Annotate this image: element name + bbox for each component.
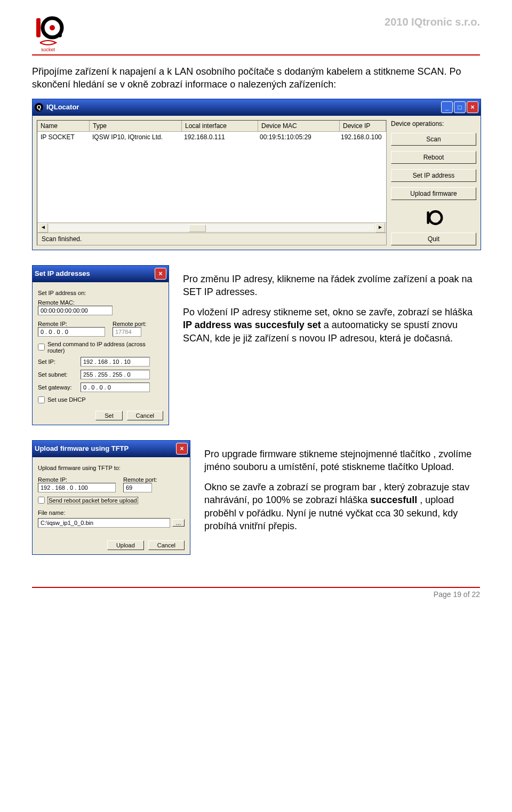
- send-reboot-input[interactable]: [38, 497, 45, 504]
- cancel-button[interactable]: Cancel: [127, 411, 163, 420]
- remote-port-label: Remote port:: [113, 321, 147, 327]
- set-subnet-label: Set subnet:: [38, 371, 76, 378]
- maximize-button[interactable]: □: [454, 101, 466, 113]
- remote-mac-field[interactable]: 00:00:00:00:00:00: [38, 306, 113, 315]
- remote-port-field[interactable]: 17784: [113, 327, 141, 337]
- iqlocator-window: Q IQLocator _ □ × Name Type Local interf…: [32, 99, 481, 250]
- upload-remote-ip-label: Remote IP:: [38, 476, 116, 483]
- status-bar: Scan finished.: [37, 233, 386, 245]
- set-ip-titlebar[interactable]: Set IP addresses ×: [33, 266, 169, 282]
- send-reboot-checkbox[interactable]: Send reboot packet before upload: [38, 497, 185, 504]
- svg-point-2: [50, 25, 55, 30]
- quit-button[interactable]: Quit: [391, 233, 476, 245]
- dhcp-checkbox[interactable]: Set use DHCP: [38, 396, 163, 403]
- brand-logo: socket: [32, 16, 64, 52]
- col-type[interactable]: Type: [90, 121, 182, 131]
- upload-text-2: Okno se zavře a zobrazí se program bar ,…: [204, 481, 480, 532]
- upload-remote-port-field[interactable]: 69: [123, 483, 152, 492]
- iqlocator-title: IQLocator: [46, 103, 441, 111]
- remote-ip-field[interactable]: 0 . 0 . 0 . 0: [38, 327, 105, 337]
- minimize-button[interactable]: _: [441, 101, 453, 113]
- dhcp-label: Set use DHCP: [47, 396, 86, 403]
- send-across-router-label: Send command to IP address (across route…: [47, 341, 163, 354]
- app-icon: Q: [35, 103, 43, 112]
- upload-remote-ip-field[interactable]: 192 . 168 . 0 . 100: [38, 483, 116, 492]
- upload-title: Upload firmware using TFTP: [35, 444, 176, 452]
- file-name-field[interactable]: C:\iqsw_ip1_0_0.bin: [38, 518, 170, 528]
- logo-text: socket: [41, 47, 55, 52]
- svg-point-3: [58, 33, 62, 37]
- close-button[interactable]: ×: [176, 443, 188, 455]
- set-ip-text-2: Po vložení IP adresy stikneme set, okno …: [183, 306, 480, 345]
- header-rule: [32, 54, 480, 55]
- cell-ip: 192.168.0.100: [338, 132, 386, 142]
- set-ip-dialog: Set IP addresses × Set IP address on: Re…: [32, 265, 169, 425]
- send-reboot-label: Send reboot packet before upload: [47, 497, 138, 504]
- horizontal-scrollbar[interactable]: ◄ ►: [37, 222, 386, 233]
- set-subnet-field[interactable]: 255 . 255 . 255 . 0: [81, 370, 150, 379]
- close-button[interactable]: ×: [155, 268, 166, 280]
- file-name-label: File name:: [38, 510, 185, 516]
- iq-logo-small-icon: [424, 208, 443, 227]
- set-ip-text-1: Pro změnu IP adresy, klikneme na řádek z…: [183, 273, 480, 299]
- set-ip-field[interactable]: 192 . 168 . 10 . 10: [81, 357, 150, 367]
- send-across-router-checkbox[interactable]: Send command to IP address (across route…: [38, 341, 163, 354]
- close-button[interactable]: ×: [467, 101, 478, 113]
- remote-mac-label: Remote MAC:: [38, 299, 163, 306]
- cancel-button[interactable]: Cancel: [148, 540, 185, 550]
- upload-to-label: Upload firmware using TFTP to:: [38, 465, 185, 471]
- cell-local: 192.168.0.111: [181, 132, 257, 142]
- svg-point-6: [438, 220, 441, 223]
- set-ip-address-button[interactable]: Set IP address: [391, 169, 476, 182]
- col-local[interactable]: Local interface: [182, 121, 258, 131]
- upload-firmware-dialog: Upload firmware using TFTP × Upload firm…: [32, 440, 190, 555]
- cell-mac: 00:19:51:10:05:29: [257, 132, 338, 142]
- intro-text: Připojíme zařízení k napajení a k LAN os…: [32, 65, 480, 91]
- cell-type: IQSW IP10, IQtronic Ltd.: [89, 132, 181, 142]
- set-ip-label: Set IP:: [38, 359, 76, 365]
- page-number: Page 19 of 22: [32, 590, 480, 599]
- device-list[interactable]: Name Type Local interface Device MAC Dev…: [37, 120, 387, 245]
- browse-button[interactable]: ...: [172, 519, 185, 527]
- scroll-right-button[interactable]: ►: [375, 223, 385, 233]
- set-gateway-field[interactable]: 0 . 0 . 0 . 0: [81, 383, 150, 392]
- upload-remote-port-label: Remote port:: [123, 476, 157, 483]
- device-ops-label: Device operations:: [391, 120, 476, 128]
- reboot-button[interactable]: Reboot: [391, 151, 476, 164]
- scroll-thumb[interactable]: [189, 225, 206, 232]
- set-gateway-label: Set gateway:: [38, 384, 76, 391]
- set-button[interactable]: Set: [95, 411, 123, 420]
- header-brand: 2010 IQtronic s.r.o.: [385, 16, 480, 28]
- scan-button[interactable]: Scan: [391, 133, 476, 146]
- scroll-left-button[interactable]: ◄: [38, 223, 48, 233]
- svg-rect-5: [427, 211, 429, 224]
- dhcp-input[interactable]: [38, 396, 45, 403]
- set-ip-title: Set IP addresses: [35, 269, 155, 277]
- cell-name: IP SOCKET: [37, 132, 89, 142]
- column-headers[interactable]: Name Type Local interface Device MAC Dev…: [37, 121, 386, 132]
- upload-titlebar[interactable]: Upload firmware using TFTP ×: [33, 441, 190, 457]
- svg-rect-0: [36, 18, 41, 37]
- col-name[interactable]: Name: [37, 121, 90, 131]
- set-on-label: Set IP address on:: [38, 290, 163, 296]
- upload-text-1: Pro upgrade firmware stikneme stejnojmen…: [204, 448, 480, 474]
- upload-firmware-button[interactable]: Upload firmware: [391, 187, 476, 200]
- send-across-router-input[interactable]: [38, 344, 45, 351]
- scroll-track[interactable]: [49, 224, 374, 232]
- table-row[interactable]: IP SOCKET IQSW IP10, IQtronic Ltd. 192.1…: [37, 132, 386, 142]
- iqlocator-titlebar[interactable]: Q IQLocator _ □ ×: [33, 99, 481, 116]
- remote-ip-label: Remote IP:: [38, 321, 105, 327]
- upload-button[interactable]: Upload: [107, 540, 144, 550]
- col-ip[interactable]: Device IP: [340, 121, 386, 131]
- col-mac[interactable]: Device MAC: [258, 121, 340, 131]
- footer-rule: [32, 587, 480, 588]
